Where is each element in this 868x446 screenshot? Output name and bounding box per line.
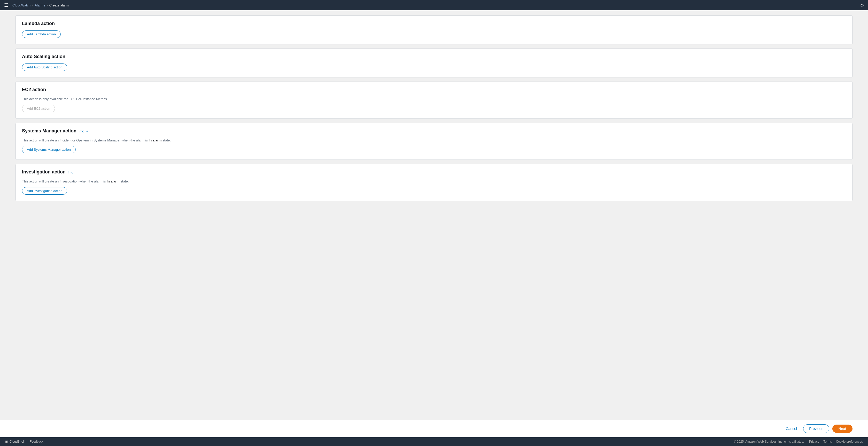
- privacy-link[interactable]: Privacy: [809, 440, 819, 443]
- investigation-action-description: This action will create an Investigation…: [22, 179, 846, 184]
- auto-scaling-action-title: Auto Scaling action: [22, 54, 65, 59]
- systems-manager-action-card: Systems Manager action Info ↗ This actio…: [16, 123, 852, 160]
- cloudshell-button[interactable]: ▣ CloudShell: [5, 440, 25, 443]
- breadcrumb: CloudWatch › Alarms › Create alarm: [12, 3, 69, 7]
- investigation-action-title: Investigation action: [22, 169, 66, 175]
- cookie-preferences-link[interactable]: Cookie preferences: [836, 440, 863, 443]
- systems-manager-info-link[interactable]: Info ↗: [79, 129, 88, 133]
- systems-manager-action-title: Systems Manager action: [22, 128, 76, 134]
- breadcrumb-current: Create alarm: [49, 3, 69, 7]
- systems-manager-desc-post: state.: [161, 138, 170, 142]
- cancel-button[interactable]: Cancel: [783, 424, 800, 433]
- copyright-text: © 2025, Amazon Web Services, Inc. or its…: [734, 440, 804, 443]
- add-auto-scaling-action-button[interactable]: Add Auto Scaling action: [22, 64, 67, 71]
- systems-manager-desc-pre: This action will create an Incident or O…: [22, 138, 149, 142]
- bottom-bar: ▣ CloudShell Feedback © 2025, Amazon Web…: [0, 437, 868, 446]
- next-button[interactable]: Next: [832, 424, 852, 433]
- auto-scaling-action-card: Auto Scaling action Add Auto Scaling act…: [16, 48, 852, 77]
- add-investigation-action-button[interactable]: Add investigation action: [22, 187, 67, 195]
- main-content: Lambda action Add Lambda action Auto Sca…: [0, 10, 868, 420]
- systems-manager-desc-bold: In alarm: [149, 138, 162, 142]
- add-systems-manager-action-button[interactable]: Add Systems Manager action: [22, 146, 76, 153]
- breadcrumb-sep-2: ›: [47, 3, 48, 7]
- breadcrumb-sep-1: ›: [32, 3, 33, 7]
- lambda-action-card: Lambda action Add Lambda action: [16, 15, 852, 44]
- feedback-button[interactable]: Feedback: [30, 440, 43, 443]
- footer-links: Privacy Terms Cookie preferences: [809, 440, 863, 443]
- cloudshell-label: CloudShell: [9, 440, 25, 443]
- add-lambda-action-button[interactable]: Add Lambda action: [22, 30, 61, 38]
- footer-actions: Cancel Previous Next: [0, 420, 868, 437]
- investigation-desc-pre: This action will create an Investigation…: [22, 179, 107, 183]
- external-link-icon: ↗: [86, 130, 88, 133]
- ec2-action-card: EC2 action This action is only available…: [16, 81, 852, 119]
- terms-link[interactable]: Terms: [823, 440, 832, 443]
- investigation-desc-bold: In alarm: [107, 179, 120, 183]
- add-ec2-action-button[interactable]: Add EC2 action: [22, 105, 55, 112]
- breadcrumb-alarms[interactable]: Alarms: [35, 3, 45, 7]
- systems-manager-action-description: This action will create an Incident or O…: [22, 138, 846, 143]
- lambda-action-title: Lambda action: [22, 21, 55, 26]
- investigation-info-link[interactable]: Info: [68, 170, 73, 174]
- previous-button[interactable]: Previous: [803, 424, 829, 433]
- top-navigation: ☰ CloudWatch › Alarms › Create alarm ⚙: [0, 0, 868, 10]
- terminal-icon: ▣: [5, 440, 8, 443]
- gear-icon[interactable]: ⚙: [860, 3, 864, 8]
- ec2-action-title: EC2 action: [22, 87, 46, 93]
- investigation-desc-post: state.: [120, 179, 129, 183]
- ec2-action-description: This action is only available for EC2 Pe…: [22, 97, 846, 102]
- menu-icon[interactable]: ☰: [4, 2, 8, 8]
- investigation-action-card: Investigation action Info This action wi…: [16, 164, 852, 201]
- breadcrumb-cloudwatch[interactable]: CloudWatch: [12, 3, 30, 7]
